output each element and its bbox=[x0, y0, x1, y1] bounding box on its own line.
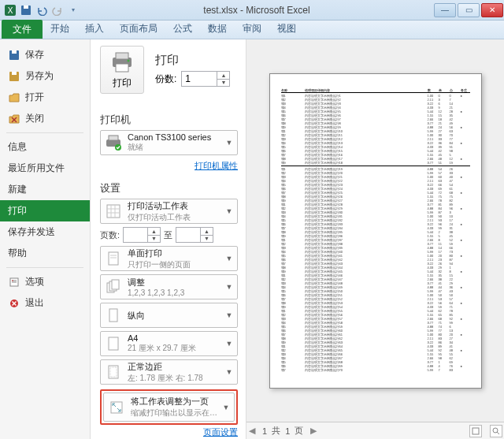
svg-rect-18 bbox=[116, 53, 128, 59]
margins-title: 正常边距 bbox=[128, 361, 224, 373]
page-to-input[interactable] bbox=[176, 228, 200, 242]
titlebar: X ▾ test.xlsx - Microsoft Excel — ▭ ✕ bbox=[0, 0, 504, 20]
zoom-button[interactable] bbox=[490, 425, 502, 437]
paper-dropdown[interactable]: A4 21 厘米 x 29.7 厘米 ▼ bbox=[100, 331, 238, 356]
nav-help[interactable]: 帮助 bbox=[0, 243, 90, 264]
tab-home[interactable]: 开始 bbox=[43, 19, 77, 39]
orientation-dropdown[interactable]: 纵向 ▼ bbox=[100, 303, 238, 328]
nav-new[interactable]: 新建 bbox=[0, 179, 90, 200]
printer-icon bbox=[109, 51, 135, 73]
save-icon bbox=[8, 49, 20, 61]
preview-page: 名称说明项目详细内容数单合备注 /* decorative tiny rows … bbox=[269, 73, 482, 389]
tab-formulas[interactable]: 公式 bbox=[165, 19, 200, 39]
printer-status: 就绪 bbox=[128, 142, 224, 153]
tab-view[interactable]: 视图 bbox=[269, 19, 304, 39]
chevron-down-icon: ▼ bbox=[224, 207, 234, 215]
zoom-to-page-button[interactable] bbox=[469, 425, 482, 437]
close-button[interactable]: ✕ bbox=[481, 3, 503, 17]
nav-label: 保存并发送 bbox=[8, 225, 55, 239]
print-panel: 打印 打印 份数: ▲▼ 打印机 Canon TS3100 series bbox=[91, 39, 246, 439]
tab-file[interactable]: 文件 bbox=[2, 20, 43, 39]
printer-heading: 打印机 bbox=[100, 113, 238, 127]
chevron-down-icon: ▼ bbox=[224, 340, 234, 348]
qat-dropdown-icon[interactable]: ▾ bbox=[66, 3, 80, 17]
scope-sub: 仅打印活动工作表 bbox=[128, 212, 224, 223]
collate-dropdown[interactable]: 调整 1,2,3 1,2,3 1,2,3 ▼ bbox=[100, 274, 238, 299]
nav-label: 另存为 bbox=[25, 69, 54, 83]
chevron-down-icon: ▼ bbox=[224, 311, 234, 319]
svg-rect-36 bbox=[109, 337, 118, 350]
print-heading-col: 打印 份数: ▲▼ bbox=[155, 53, 230, 87]
sides-dropdown[interactable]: 单面打印 只打印一侧的页面 ▼ bbox=[100, 246, 238, 271]
scaling-dropdown[interactable]: 将工作表调整为一页 缩减打印输出以显示在一个… ▼ bbox=[103, 392, 235, 422]
nav-close[interactable]: 关闭 bbox=[0, 108, 90, 129]
preview-canvas: 名称说明项目详细内容数单合备注 /* decorative tiny rows … bbox=[246, 39, 504, 422]
page-from-spinner[interactable]: ▲▼ bbox=[123, 227, 161, 243]
backstage-nav: 保存 另存为 打开 关闭 信息 最近所用文件 新建 打印 保存并发送 帮助 选项… bbox=[0, 39, 91, 439]
margins-sub: 左: 1.78 厘米 右: 1.78 bbox=[128, 373, 224, 384]
chevron-down-icon: ▼ bbox=[224, 283, 234, 291]
tab-review[interactable]: 审阅 bbox=[235, 19, 269, 39]
print-button[interactable]: 打印 bbox=[100, 46, 144, 94]
spinner-arrows[interactable]: ▲▼ bbox=[217, 72, 229, 86]
nav-savesend[interactable]: 保存并发送 bbox=[0, 221, 90, 243]
page-of-prefix: 共 bbox=[272, 425, 280, 437]
nav-info[interactable]: 信息 bbox=[0, 136, 90, 158]
nav-save[interactable]: 保存 bbox=[0, 44, 90, 65]
next-page-button[interactable]: ▶ bbox=[308, 426, 319, 436]
nav-options[interactable]: 选项 bbox=[0, 271, 90, 292]
nav-open[interactable]: 打开 bbox=[0, 87, 90, 108]
chevron-down-icon: ▼ bbox=[221, 404, 231, 411]
nav-label: 退出 bbox=[25, 296, 44, 310]
scaling-sub: 缩减打印输出以显示在一个… bbox=[131, 407, 221, 419]
scope-title: 打印活动工作表 bbox=[128, 200, 224, 212]
tab-page-layout[interactable]: 页面布局 bbox=[112, 19, 165, 39]
nav-recent[interactable]: 最近所用文件 bbox=[0, 158, 90, 179]
copies-input[interactable] bbox=[182, 72, 217, 86]
print-preview: 名称说明项目详细内容数单合备注 /* decorative tiny rows … bbox=[246, 39, 504, 439]
minimize-button[interactable]: — bbox=[434, 3, 456, 17]
svg-rect-22 bbox=[109, 136, 118, 140]
quick-access-toolbar: X ▾ bbox=[0, 3, 80, 17]
sides-sub: 只打印一侧的页面 bbox=[128, 259, 224, 270]
chevron-down-icon: ▼ bbox=[224, 255, 234, 262]
copies-spinner[interactable]: ▲▼ bbox=[181, 71, 230, 87]
scaling-title: 将工作表调整为一页 bbox=[131, 396, 221, 407]
printer-properties-link[interactable]: 打印机属性 bbox=[195, 161, 238, 170]
page-setup-link[interactable]: 页面设置 bbox=[203, 427, 238, 437]
portrait-icon bbox=[104, 306, 123, 325]
printer-dropdown[interactable]: Canon TS3100 series 就绪 ▼ bbox=[100, 130, 238, 155]
tab-data[interactable]: 数据 bbox=[200, 19, 235, 39]
page-from-input[interactable] bbox=[124, 228, 147, 242]
copies-row: 份数: ▲▼ bbox=[155, 71, 230, 87]
nav-separator bbox=[6, 267, 83, 268]
fit-page-icon bbox=[107, 398, 126, 417]
margins-dropdown[interactable]: 正常边距 左: 1.78 厘米 右: 1.78 ▼ bbox=[100, 359, 238, 385]
save-icon[interactable] bbox=[19, 3, 33, 17]
collate-title: 调整 bbox=[128, 277, 224, 288]
svg-rect-3 bbox=[24, 6, 28, 9]
undo-icon[interactable] bbox=[35, 3, 49, 17]
nav-exit[interactable]: 退出 bbox=[0, 292, 90, 314]
window-title: test.xlsx - Microsoft Excel bbox=[80, 5, 433, 16]
redo-icon[interactable] bbox=[50, 3, 65, 17]
nav-print[interactable]: 打印 bbox=[0, 200, 90, 221]
print-scope-dropdown[interactable]: 打印活动工作表 仅打印活动工作表 ▼ bbox=[100, 199, 238, 224]
prev-page-button[interactable]: ◀ bbox=[246, 426, 258, 436]
tab-insert[interactable]: 插入 bbox=[77, 19, 112, 39]
nav-label: 帮助 bbox=[8, 247, 27, 260]
page-of-suffix: 页 bbox=[295, 425, 303, 437]
svg-rect-40 bbox=[472, 428, 479, 434]
backstage-view: 保存 另存为 打开 关闭 信息 最近所用文件 新建 打印 保存并发送 帮助 选项… bbox=[0, 39, 504, 439]
options-icon bbox=[8, 276, 20, 288]
svg-rect-29 bbox=[109, 252, 118, 265]
svg-rect-19 bbox=[116, 64, 128, 72]
preview-footer: ◀ 1 共 1 页 ▶ bbox=[246, 422, 504, 439]
maximize-button[interactable]: ▭ bbox=[458, 3, 480, 17]
preview-page-content: 名称说明项目详细内容数单合备注 /* decorative tiny rows … bbox=[281, 88, 470, 372]
svg-point-13 bbox=[12, 280, 13, 281]
page-to-spinner[interactable]: ▲▼ bbox=[176, 227, 213, 243]
pages-to-label: 至 bbox=[164, 229, 172, 241]
copies-label: 份数: bbox=[155, 73, 176, 86]
nav-saveas[interactable]: 另存为 bbox=[0, 65, 90, 87]
